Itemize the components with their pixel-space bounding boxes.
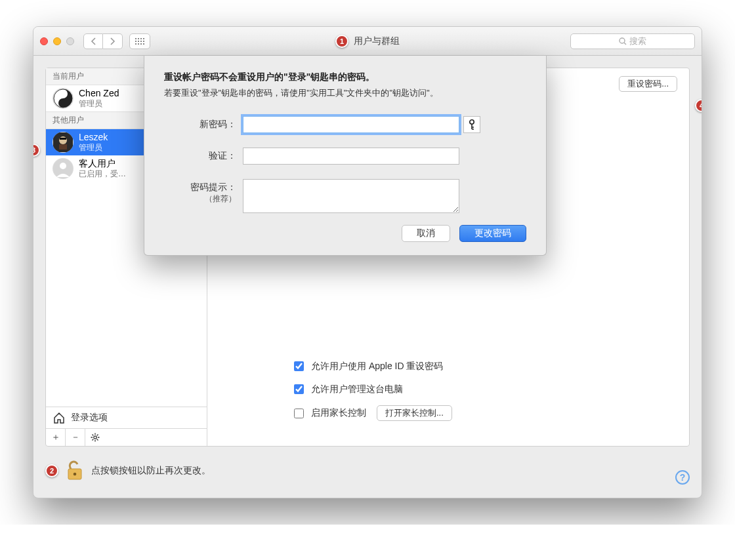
sheet-title: 重设帐户密码不会重设用户的"登录"钥匙串的密码。 [164, 71, 526, 83]
hint-row: 密码提示： （推荐） [164, 179, 526, 213]
svg-point-10 [60, 163, 66, 169]
help-button[interactable]: ? [675, 470, 690, 485]
allow-appleid-checkbox[interactable]: 允许用户使用 Apple ID 重设密码 [291, 359, 452, 373]
svg-point-3 [62, 92, 64, 95]
user-role: 已启用，受… [79, 169, 126, 178]
user-role: 管理员 [79, 99, 119, 108]
parental-controls-checkbox[interactable]: 启用家长控制 打开家长控制... [291, 405, 452, 421]
remove-user-button[interactable]: － [66, 429, 85, 446]
close-button[interactable] [40, 37, 48, 45]
verify-input[interactable] [243, 148, 459, 165]
svg-point-11 [94, 436, 96, 439]
checkbox-label: 允许用户管理这台电脑 [311, 384, 403, 395]
user-name: Leszek [79, 132, 108, 143]
svg-point-0 [620, 38, 625, 43]
search-icon [619, 37, 627, 45]
svg-line-18 [97, 435, 98, 436]
login-options-label: 登录选项 [71, 412, 108, 424]
verify-row: 验证： [164, 148, 526, 165]
hint-label: 密码提示： （推荐） [164, 179, 243, 205]
checkbox-label: 允许用户使用 Apple ID 重设密码 [311, 361, 443, 372]
password-assistant-button[interactable] [463, 116, 480, 133]
annotation-badge-1: 1 [335, 35, 348, 48]
back-button[interactable] [83, 33, 103, 49]
key-icon [468, 119, 476, 130]
avatar [52, 132, 74, 153]
change-password-button[interactable]: 更改密码 [459, 225, 526, 242]
svg-line-16 [93, 435, 94, 436]
window-title: 用户与群组 [354, 35, 400, 47]
annotation-badge-2: 2 [45, 464, 58, 477]
checkbox-label: 启用家长控制 [311, 407, 366, 419]
svg-rect-7 [59, 144, 67, 150]
open-parental-controls-button[interactable]: 打开家长控制... [377, 405, 452, 421]
svg-line-17 [97, 439, 98, 441]
cancel-button[interactable]: 取消 [402, 225, 450, 242]
svg-line-1 [624, 43, 626, 45]
user-role: 管理员 [79, 143, 108, 152]
lock-button[interactable] [66, 460, 83, 483]
svg-line-19 [93, 439, 94, 441]
verify-label: 验证： [164, 148, 243, 162]
svg-rect-8 [60, 138, 66, 140]
checkbox[interactable] [294, 361, 304, 371]
forward-button[interactable] [103, 33, 123, 49]
user-name: Chen Zed [79, 88, 119, 99]
options-group: 允许用户使用 Apple ID 重设密码 允许用户管理这台电脑 启用家长控制 打… [291, 359, 452, 421]
house-icon [52, 411, 66, 424]
lock-text: 点按锁按钮以防止再次更改。 [91, 465, 211, 477]
new-password-input[interactable] [243, 116, 459, 133]
sheet-subtitle: 若要重设"登录"钥匙串的密码，请使用"实用工具"文件夹中的"钥匙访问"。 [164, 87, 526, 99]
avatar [52, 158, 74, 179]
sidebar-bottom: 登录选项 ＋ － [46, 407, 207, 446]
sheet-buttons: 取消 更改密码 [164, 225, 526, 242]
checkbox[interactable] [294, 409, 304, 418]
avatar [52, 88, 74, 109]
zoom-button[interactable] [66, 37, 74, 45]
footer: 2 点按锁按钮以防止再次更改。 ? [45, 454, 690, 487]
svg-point-6 [59, 136, 67, 144]
svg-point-4 [62, 102, 64, 104]
reset-password-sheet: 重设帐户密码不会重设用户的"登录"钥匙串的密码。 若要重设"登录"钥匙串的密码，… [144, 56, 547, 256]
unlock-icon [66, 460, 83, 481]
login-options[interactable]: 登录选项 [46, 407, 207, 428]
sidebar-tools: ＋ － [46, 428, 207, 446]
svg-point-21 [74, 472, 77, 475]
new-password-label: 新密码： [164, 116, 243, 130]
minimize-button[interactable] [53, 37, 61, 45]
allow-admin-checkbox[interactable]: 允许用户管理这台电脑 [291, 382, 452, 396]
prefs-window: 1 用户与群组 搜索 当前用户 Chen Zed 管理员 [33, 26, 702, 498]
action-menu-button[interactable] [85, 429, 105, 446]
nav-buttons [83, 33, 123, 49]
gear-icon [91, 433, 100, 442]
svg-point-22 [470, 120, 474, 124]
add-user-button[interactable]: ＋ [46, 429, 66, 446]
search-placeholder: 搜索 [629, 35, 646, 47]
titlebar: 1 用户与群组 搜索 [33, 27, 702, 56]
new-password-row: 新密码： [164, 116, 526, 133]
reset-password-button[interactable]: 重设密码... [619, 76, 677, 92]
search-input[interactable]: 搜索 [570, 33, 695, 49]
show-all-button[interactable] [129, 33, 150, 49]
traffic-lights [40, 37, 74, 45]
checkbox[interactable] [294, 384, 304, 394]
user-name: 客人用户 [79, 158, 126, 169]
hint-input[interactable] [243, 179, 459, 213]
